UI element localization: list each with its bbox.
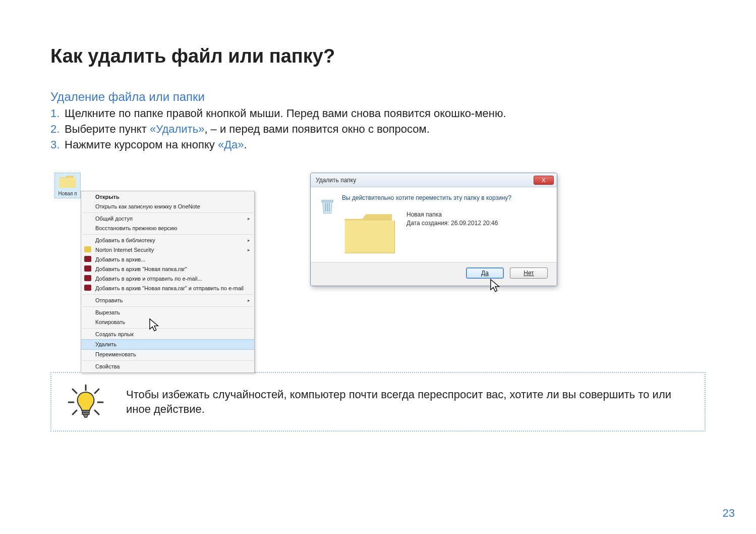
menu-sep: [82, 234, 253, 235]
menu-norton-label: Norton Internet Security: [95, 247, 154, 253]
term-delete: «Удалить»: [150, 123, 204, 135]
step-1: Щелкните по папке правой кнопкой мыши. П…: [50, 106, 706, 122]
desktop-folder-label: Новая п: [57, 191, 78, 196]
menu-add-archive-email-label: Добавить в архив и отправить по e-mail..…: [95, 276, 202, 282]
dialog-titlebar: Удалить папку X: [311, 173, 557, 187]
svg-rect-2: [329, 203, 330, 212]
menu-add-archive-named-email[interactable]: Добавить в архив "Новая папка.rar" и отп…: [81, 284, 254, 293]
step-3: Нажмите курсором на кнопку «Да».: [50, 137, 706, 153]
cursor-icon: [149, 318, 160, 333]
dialog-body: Вы действительно хотите переместить эту …: [311, 187, 557, 262]
screenshot-dialog: Удалить папку X Вы действительно хотите …: [310, 173, 557, 286]
steps-list: Щелкните по папке правой кнопкой мыши. П…: [50, 106, 706, 152]
svg-line-9: [95, 410, 99, 414]
desktop-folder[interactable]: Новая п: [54, 173, 81, 198]
svg-line-8: [73, 410, 77, 414]
menu-open-onenote[interactable]: Открыть как записную книжку в OneNote: [81, 202, 254, 211]
svg-line-4: [73, 389, 77, 393]
menu-norton[interactable]: Norton Internet Security: [81, 245, 254, 255]
dialog-content: Вы действительно хотите переместить эту …: [342, 194, 548, 257]
menu-sep: [82, 294, 253, 295]
step-3-text-before: Нажмите курсором на кнопку: [65, 138, 218, 151]
tip-text: Чтобы избежать случайностей, компьютер п…: [126, 387, 690, 417]
context-menu: Открыть Открыть как записную книжку в On…: [81, 191, 255, 373]
close-button[interactable]: X: [534, 176, 554, 185]
yes-button[interactable]: Да: [466, 268, 504, 279]
trash-icon: [320, 196, 335, 216]
menu-copy[interactable]: Копировать: [81, 317, 254, 327]
page-number: 23: [723, 507, 735, 520]
menu-sep: [82, 306, 253, 307]
menu-shortcut[interactable]: Создать ярлык: [81, 330, 254, 339]
step-3-text-after: .: [244, 138, 247, 151]
term-yes: «Да»: [218, 138, 244, 151]
step-2: Выберите пункт «Удалить», – и перед вами…: [50, 122, 706, 137]
svg-rect-1: [327, 203, 328, 212]
menu-properties[interactable]: Свойства: [81, 362, 254, 371]
screenshot-context-menu: Новая п Открыть Открыть как записную кни…: [50, 173, 260, 347]
archive-icon: [84, 275, 91, 281]
folder-icon: [59, 175, 77, 189]
menu-add-archive-named-label: Добавить в архив "Новая папка.rar": [95, 266, 187, 272]
menu-delete[interactable]: Удалить: [81, 339, 254, 350]
dialog-question: Вы действительно хотите переместить эту …: [342, 194, 548, 201]
svg-rect-0: [325, 203, 326, 212]
dialog-date: Дата создания: 26.09.2012 20:46: [406, 219, 498, 227]
menu-sep: [82, 212, 253, 213]
menu-restore[interactable]: Восстановить прежнюю версию: [81, 224, 254, 233]
archive-icon: [84, 265, 91, 272]
cursor-icon: [490, 279, 501, 293]
menu-sep: [82, 360, 253, 361]
dialog-info: Новая папка Дата создания: 26.09.2012 20…: [406, 210, 498, 227]
menu-cut[interactable]: Вырезать: [81, 308, 254, 317]
menu-add-archive-named[interactable]: Добавить в архив "Новая папка.rar": [81, 264, 254, 274]
dialog-folder-row: Новая папка Дата создания: 26.09.2012 20…: [342, 210, 548, 257]
menu-sep: [82, 328, 253, 329]
menu-add-archive-named-email-label: Добавить в архив "Новая папка.rar" и отп…: [95, 285, 244, 291]
menu-share[interactable]: Общий доступ: [81, 214, 254, 224]
menu-add-archive-label: Добавить в архив...: [95, 256, 145, 262]
screenshots-area: Новая п Открыть Открыть как записную кни…: [50, 173, 706, 347]
svg-line-5: [95, 389, 99, 393]
menu-add-library[interactable]: Добавить в библиотеку: [81, 236, 254, 245]
menu-open[interactable]: Открыть: [81, 192, 254, 202]
menu-rename[interactable]: Переименовать: [81, 350, 254, 359]
tip-box: Чтобы избежать случайностей, компьютер п…: [50, 372, 706, 432]
dialog-title: Удалить папку: [316, 177, 534, 184]
folder-icon: [342, 210, 397, 257]
section-title: Удаление файла или папки: [50, 90, 706, 104]
step-2-text-after: , – и перед вами появится окно с вопросо…: [204, 123, 429, 135]
norton-icon: [84, 246, 91, 252]
menu-send[interactable]: Отправить: [81, 296, 254, 305]
page-title: Как удалить файл или папку?: [50, 45, 706, 67]
menu-add-archive-email[interactable]: Добавить в архив и отправить по e-mail..…: [81, 274, 254, 284]
archive-icon: [84, 285, 91, 291]
menu-add-archive[interactable]: Добавить в архив...: [81, 255, 254, 264]
dialog-buttons: Да Нет: [311, 262, 557, 286]
no-button[interactable]: Нет: [510, 268, 548, 279]
archive-icon: [84, 256, 91, 262]
dialog: Удалить папку X Вы действительно хотите …: [310, 173, 557, 286]
dialog-folder-name: Новая папка: [406, 210, 498, 219]
lightbulb-icon: [66, 384, 106, 419]
step-2-text-before: Выберите пункт: [65, 123, 150, 135]
